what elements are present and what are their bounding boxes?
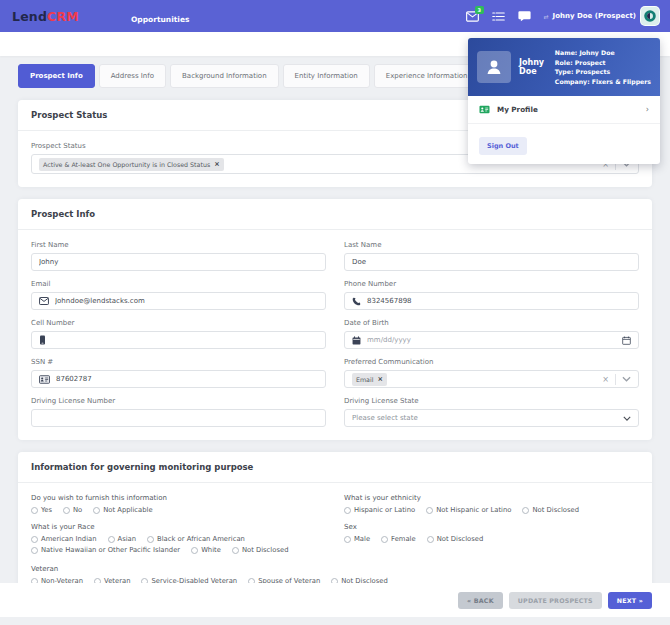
monitoring-title: Information for governing monitoring pur…: [18, 452, 652, 483]
phone-label: Phone Number: [344, 280, 639, 288]
mail-icon[interactable]: 3: [466, 11, 479, 22]
tab-address-info[interactable]: Address Info: [99, 64, 166, 88]
ethnicity-label: What is your ethnicity: [344, 494, 639, 502]
first-name-input[interactable]: [39, 258, 318, 266]
radio-icon[interactable]: [108, 536, 115, 543]
radio-option-native-hawaiian[interactable]: Native Hawaiian or Other Pacific Islande…: [31, 546, 180, 554]
radio-label: No: [73, 506, 82, 514]
dl-number-input[interactable]: [39, 414, 318, 422]
select-clear-icon[interactable]: ×: [602, 375, 609, 384]
preferred-communication-tag: Email ×: [352, 373, 387, 386]
dl-number-label: Driving License Number: [31, 397, 326, 405]
tab-background-information[interactable]: Background Information: [170, 64, 279, 88]
last-name-input[interactable]: [352, 258, 631, 266]
radio-option-black-african-american[interactable]: Black or African American: [147, 535, 245, 543]
radio-label: Male: [354, 535, 370, 543]
radio-icon[interactable]: [427, 536, 434, 543]
calendar-icon: [352, 336, 361, 345]
user-panel-header: Johny Doe Name: Johny Doe Role: Prospect…: [468, 38, 660, 96]
field-last-name: Last Name: [344, 241, 639, 271]
mobile-phone-icon: [39, 335, 46, 345]
update-prospects-button[interactable]: UPDATE PROSPECTS: [509, 592, 602, 609]
field-ssn: SSN #: [31, 358, 326, 388]
next-button[interactable]: NEXT »: [608, 592, 652, 609]
field-email: Email: [31, 280, 326, 310]
radio-option-yes[interactable]: Yes: [31, 506, 52, 514]
radio-option-asian[interactable]: Asian: [108, 535, 137, 543]
radio-option-ethnicity-not-disclosed[interactable]: Not Disclosed: [522, 506, 579, 514]
radio-icon[interactable]: [522, 507, 529, 514]
question-race: What is your Race American Indian Asian …: [31, 523, 326, 554]
radio-option-not-hispanic[interactable]: Not Hispanic or Latino: [426, 506, 511, 514]
ssn-label: SSN #: [31, 358, 326, 366]
radio-icon[interactable]: [232, 547, 239, 554]
radio-icon[interactable]: [426, 507, 433, 514]
user-info-name: Name: Johny Doe: [555, 48, 651, 58]
radio-label: Yes: [41, 506, 52, 514]
field-cell: Cell Number: [31, 319, 326, 349]
radio-option-race-not-disclosed[interactable]: Not Disclosed: [232, 546, 289, 554]
radio-option-hispanic[interactable]: Hispanic or Latino: [344, 506, 415, 514]
user-dropdown-panel: Johny Doe Name: Johny Doe Role: Prospect…: [468, 38, 660, 164]
id-card-icon: [39, 375, 50, 384]
phone-input[interactable]: [367, 297, 631, 305]
radio-icon[interactable]: [31, 547, 38, 554]
radio-label: Hispanic or Latino: [354, 506, 415, 514]
tag-remove-icon[interactable]: ×: [377, 375, 382, 383]
dl-state-label: Driving License State: [344, 397, 639, 405]
cell-input[interactable]: [52, 336, 318, 344]
field-dl-number: Driving License Number: [31, 397, 326, 427]
nav-opportunities[interactable]: Opportunities: [131, 15, 190, 24]
avatar[interactable]: [640, 6, 660, 26]
preferred-communication-select[interactable]: Email × ×: [344, 370, 639, 388]
task-list-icon[interactable]: [492, 11, 505, 22]
radio-option-male[interactable]: Male: [344, 535, 370, 543]
radio-icon[interactable]: [191, 547, 198, 554]
radio-icon[interactable]: [31, 536, 38, 543]
radio-icon[interactable]: [147, 536, 154, 543]
radio-option-american-indian[interactable]: American Indian: [31, 535, 97, 543]
radio-label: Not Disclosed: [437, 535, 484, 543]
field-preferred-communication: Preferred Communication Email × ×: [344, 358, 639, 388]
email-input[interactable]: [55, 297, 318, 305]
tab-experience-information[interactable]: Experience Information: [374, 64, 480, 88]
dl-state-select[interactable]: Please select state: [344, 409, 639, 427]
my-profile-item[interactable]: My Profile ›: [468, 96, 660, 124]
sign-out-button[interactable]: Sign Out: [479, 137, 527, 155]
select-divider: [615, 374, 616, 385]
radio-icon[interactable]: [93, 507, 100, 514]
radio-icon[interactable]: [344, 507, 351, 514]
radio-option-not-applicable[interactable]: Not Applicable: [93, 506, 152, 514]
radio-icon[interactable]: [381, 536, 388, 543]
signout-area: Sign Out: [468, 124, 660, 164]
radio-option-no[interactable]: No: [63, 506, 82, 514]
tab-prospect-info[interactable]: Prospect Info: [18, 64, 95, 88]
envelope-icon: [39, 297, 49, 305]
chat-icon[interactable]: [518, 10, 531, 22]
chevron-down-icon: [623, 416, 631, 421]
dob-input[interactable]: [367, 336, 616, 344]
radio-label: Black or African American: [157, 535, 245, 543]
dob-label: Date of Birth: [344, 319, 639, 327]
radio-icon[interactable]: [344, 536, 351, 543]
radio-label: Not Applicable: [103, 506, 152, 514]
chevron-down-icon[interactable]: [622, 376, 631, 382]
tag-remove-icon[interactable]: ×: [214, 160, 219, 168]
radio-option-white[interactable]: White: [191, 546, 221, 554]
radio-icon[interactable]: [31, 507, 38, 514]
prospect-status-selected-tag: Active & At-least One Opportunity is in …: [39, 158, 224, 171]
user-panel-name: Johny Doe: [519, 58, 547, 76]
ssn-input[interactable]: [56, 375, 318, 383]
radio-icon[interactable]: [63, 507, 70, 514]
radio-option-female[interactable]: Female: [381, 535, 416, 543]
user-info-role: Role: Prospect: [555, 58, 651, 68]
user-avatar: [477, 51, 511, 83]
back-button[interactable]: « BACK: [458, 592, 503, 609]
user-menu-trigger[interactable]: ⇄ Johny Doe (Prospect): [544, 6, 660, 26]
tab-entity-information[interactable]: Entity Information: [283, 64, 370, 88]
app-logo[interactable]: LendCRM: [12, 9, 79, 24]
prospect-info-title: Prospect Info: [18, 199, 652, 230]
user-panel-info: Name: Johny Doe Role: Prospect Type: Pro…: [555, 48, 651, 86]
radio-option-sex-not-disclosed[interactable]: Not Disclosed: [427, 535, 484, 543]
date-picker-icon[interactable]: [622, 336, 631, 345]
